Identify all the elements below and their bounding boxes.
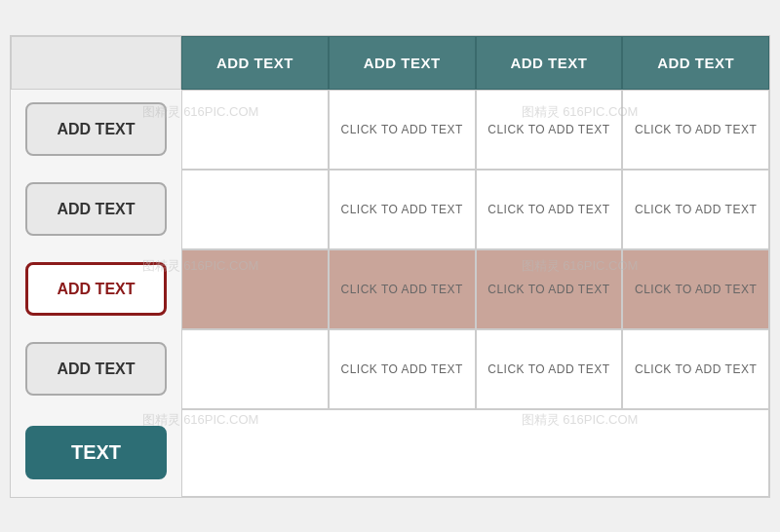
row-label-cell-2: ADD TEXT [11, 170, 181, 249]
table-row: ADD TEXT CLICK TO ADD TEXT CLICK TO ADD … [11, 329, 769, 409]
bottom-label-cell: TEXT [11, 409, 181, 497]
data-cell-1-4[interactable]: CLICK TO ADD TEXT [622, 90, 769, 170]
table-row-highlighted: ADD TEXT CLICK TO ADD TEXT CLICK TO ADD … [11, 249, 769, 329]
header-row: ADD TEXT ADD TEXT ADD TEXT ADD TEXT [11, 36, 769, 90]
row-label-cell-4: ADD TEXT [11, 329, 181, 409]
data-cell-2-2[interactable]: CLICK TO ADD TEXT [329, 170, 476, 249]
header-empty-cell [11, 36, 181, 90]
data-cell-4-4[interactable]: CLICK TO ADD TEXT [622, 329, 769, 409]
row-label-box-2[interactable]: ADD TEXT [25, 182, 167, 236]
data-cell-1-2[interactable]: CLICK TO ADD TEXT [329, 90, 476, 170]
row-label-box-4[interactable]: ADD TEXT [25, 342, 167, 396]
row-label-box-1[interactable]: ADD TEXT [25, 102, 167, 156]
data-cell-3-2[interactable]: CLICK TO ADD TEXT [329, 249, 476, 329]
header-cell-2[interactable]: ADD TEXT [329, 36, 476, 90]
first-data-cell-3[interactable] [181, 249, 329, 329]
row-label-box-3-highlighted[interactable]: ADD TEXT [25, 262, 167, 316]
row-label-cell-3: ADD TEXT [11, 249, 181, 329]
header-cell-3[interactable]: ADD TEXT [476, 36, 623, 90]
data-cell-4-3[interactable]: CLICK TO ADD TEXT [476, 329, 623, 409]
first-data-cell-1[interactable] [181, 90, 329, 170]
header-cell-1[interactable]: ADD TEXT [181, 36, 329, 90]
bottom-content-cell[interactable] [181, 409, 769, 497]
bottom-row: TEXT [11, 409, 769, 497]
table-row: ADD TEXT CLICK TO ADD TEXT CLICK TO ADD … [11, 90, 769, 170]
row-label-cell-1: ADD TEXT [11, 90, 181, 170]
first-data-cell-4[interactable] [181, 329, 329, 409]
bottom-label-box[interactable]: TEXT [25, 426, 167, 479]
data-cell-1-3[interactable]: CLICK TO ADD TEXT [476, 90, 623, 170]
main-table: 图精灵 616PIC.COM 图精灵 616PIC.COM 图精灵 616PIC… [10, 35, 770, 498]
data-cell-2-4[interactable]: CLICK TO ADD TEXT [622, 170, 769, 249]
data-cell-4-2[interactable]: CLICK TO ADD TEXT [329, 329, 476, 409]
first-data-cell-2[interactable] [181, 170, 329, 249]
header-cell-4[interactable]: ADD TEXT [622, 36, 769, 90]
data-cell-3-3[interactable]: CLICK TO ADD TEXT [476, 249, 623, 329]
data-cell-3-4[interactable]: CLICK TO ADD TEXT [622, 249, 769, 329]
data-cell-2-3[interactable]: CLICK TO ADD TEXT [476, 170, 623, 249]
table-row: ADD TEXT CLICK TO ADD TEXT CLICK TO ADD … [11, 170, 769, 249]
